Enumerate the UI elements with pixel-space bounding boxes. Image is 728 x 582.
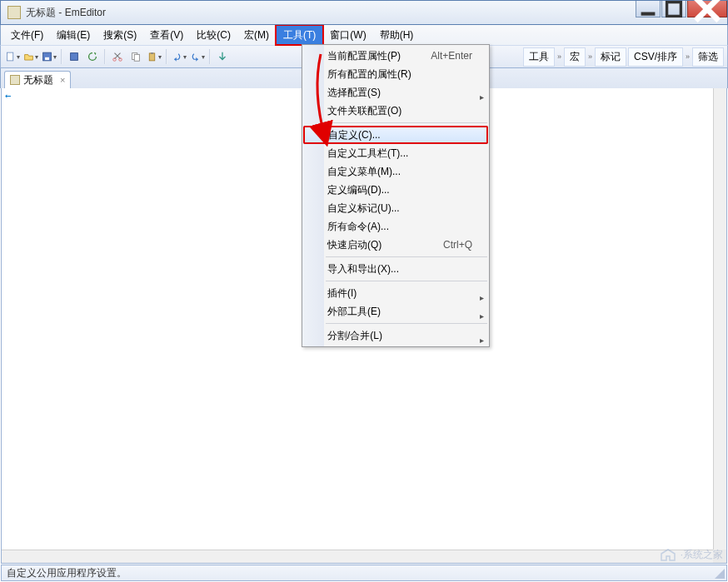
tools-dropdown: 当前配置属性(P)Alt+Enter所有配置的属性(R)选择配置(S)文件关联配… — [302, 44, 490, 347]
app-icon — [7, 6, 21, 19]
menu-item[interactable]: 自定义标记(U)... — [302, 199, 489, 217]
size-grip[interactable] — [713, 567, 725, 579]
window-title: 无标题 - EmEditor — [26, 6, 106, 20]
menu-window[interactable]: 窗口(W) — [323, 25, 372, 45]
statusbar: 自定义公用应用程序设置。 — [1, 565, 727, 581]
watermark: ·系统之家 — [659, 547, 723, 562]
menu-item-label: 选择配置(S) — [327, 86, 381, 100]
menu-help[interactable]: 帮助(H) — [373, 25, 421, 45]
document-icon — [10, 75, 20, 85]
menu-shortcut: Ctrl+Q — [443, 239, 472, 251]
undo-button[interactable] — [171, 48, 187, 65]
tab-label: 无标题 — [23, 73, 53, 87]
menu-separator — [326, 256, 487, 257]
menubar: 文件(F) 编辑(E) 搜索(S) 查看(V) 比较(C) 宏(M) 工具(T)… — [0, 25, 728, 45]
marks-label[interactable]: 标记 — [595, 47, 626, 67]
maximize-button[interactable] — [661, 1, 686, 17]
cut-button[interactable] — [109, 48, 126, 65]
menu-item-label: 当前配置属性(P) — [327, 49, 401, 63]
chevron-icon: » — [556, 52, 562, 61]
toolbar-separator — [209, 49, 211, 64]
paste-button[interactable] — [146, 48, 162, 65]
menu-separator — [326, 122, 487, 123]
vertical-scrollbar[interactable] — [713, 88, 726, 550]
menu-item-label: 分割/合并(L) — [327, 329, 382, 343]
menu-item-label: 文件关联配置(O) — [327, 104, 401, 118]
menu-item[interactable]: 所有命令(A)... — [302, 217, 489, 236]
menu-item[interactable]: 自定义菜单(M)... — [302, 162, 489, 181]
menu-item-label: 自定义(C)... — [328, 128, 381, 142]
watermark-text: ·系统之家 — [681, 548, 723, 562]
menu-item-label: 自定义标记(U)... — [327, 201, 400, 216]
menu-tools[interactable]: 工具(T) — [276, 25, 323, 45]
save-button[interactable] — [41, 48, 57, 65]
menu-item[interactable]: 自定义工具栏(T)... — [302, 144, 489, 162]
open-button[interactable] — [22, 48, 39, 65]
titlebar: 无标题 - EmEditor — [0, 0, 728, 25]
chevron-icon: » — [587, 52, 593, 61]
menu-item-label: 快速启动(Q) — [327, 238, 381, 252]
menu-item-label: 自定义工具栏(T)... — [327, 147, 408, 161]
menu-item[interactable]: 插件(I) — [302, 284, 489, 302]
minimize-button[interactable] — [636, 1, 661, 17]
saveall-button[interactable] — [66, 48, 82, 65]
menu-shortcut: Alt+Enter — [431, 50, 472, 62]
menu-item[interactable]: 定义编码(D)... — [302, 181, 489, 199]
filter-label[interactable]: 筛选 — [692, 47, 724, 67]
chevron-icon: » — [685, 52, 691, 61]
svg-rect-11 — [134, 54, 139, 61]
svg-rect-1 — [667, 2, 681, 16]
menu-item[interactable]: 分割/合并(L) — [302, 326, 489, 345]
menu-item[interactable]: 导入和导出(X)... — [302, 260, 489, 278]
horizontal-scrollbar[interactable] — [2, 550, 713, 563]
toolbar-separator — [61, 49, 62, 64]
menu-item[interactable]: 快速启动(Q)Ctrl+Q — [302, 236, 489, 254]
toolbar-separator — [166, 49, 167, 64]
menu-item-label: 插件(I) — [327, 286, 357, 301]
menu-item[interactable]: 当前配置属性(P)Alt+Enter — [302, 47, 489, 65]
csv-label[interactable]: CSV/排序 — [628, 47, 683, 67]
menu-separator — [326, 323, 487, 324]
svg-rect-7 — [71, 53, 78, 61]
menu-search[interactable]: 搜索(S) — [97, 25, 143, 45]
svg-rect-6 — [45, 57, 49, 60]
menu-view[interactable]: 查看(V) — [143, 25, 190, 45]
menu-item[interactable]: 外部工具(E) — [302, 302, 489, 321]
menu-item[interactable]: 选择配置(S) — [302, 83, 489, 102]
dropdown-inner: 当前配置属性(P)Alt+Enter所有配置的属性(R)选择配置(S)文件关联配… — [302, 45, 489, 346]
svg-rect-12 — [149, 53, 155, 61]
reload-button[interactable] — [84, 48, 101, 65]
menu-separator — [326, 281, 487, 281]
close-button[interactable] — [687, 1, 727, 17]
copy-button[interactable] — [127, 48, 144, 65]
menu-item-label: 所有配置的属性(R) — [327, 67, 411, 82]
eof-marker: ← — [5, 90, 11, 102]
document-tab[interactable]: 无标题 × — [4, 71, 71, 88]
tools-label[interactable]: 工具 — [523, 47, 555, 67]
menu-macro[interactable]: 宏(M) — [237, 25, 276, 45]
svg-rect-13 — [151, 52, 153, 54]
toolbar-separator — [104, 49, 106, 64]
menu-file[interactable]: 文件(F) — [4, 25, 50, 45]
menu-item-label: 定义编码(D)... — [327, 183, 390, 197]
menu-item-label: 自定义菜单(M)... — [327, 165, 401, 179]
window-buttons — [635, 1, 727, 19]
tab-close-icon[interactable]: × — [60, 75, 65, 85]
status-text: 自定义公用应用程序设置。 — [7, 566, 127, 580]
menu-compare[interactable]: 比较(C) — [190, 25, 237, 45]
menu-item-label: 外部工具(E) — [327, 305, 381, 319]
menu-edit[interactable]: 编辑(E) — [50, 25, 97, 45]
svg-rect-4 — [7, 52, 12, 61]
new-button[interactable] — [4, 48, 21, 65]
toolbar-right: 工具» 宏» 标记 CSV/排序» 筛选 — [523, 47, 724, 67]
macro-label[interactable]: 宏 — [564, 47, 586, 67]
redo-button[interactable] — [189, 48, 206, 65]
jump-button[interactable] — [214, 48, 231, 65]
menu-item[interactable]: 文件关联配置(O) — [302, 102, 489, 120]
watermark-logo-icon — [659, 547, 677, 562]
menu-item[interactable]: 自定义(C)... — [303, 126, 488, 144]
menu-item-label: 所有命令(A)... — [327, 220, 389, 234]
menu-item-label: 导入和导出(X)... — [327, 262, 399, 276]
menu-item[interactable]: 所有配置的属性(R) — [302, 65, 489, 83]
